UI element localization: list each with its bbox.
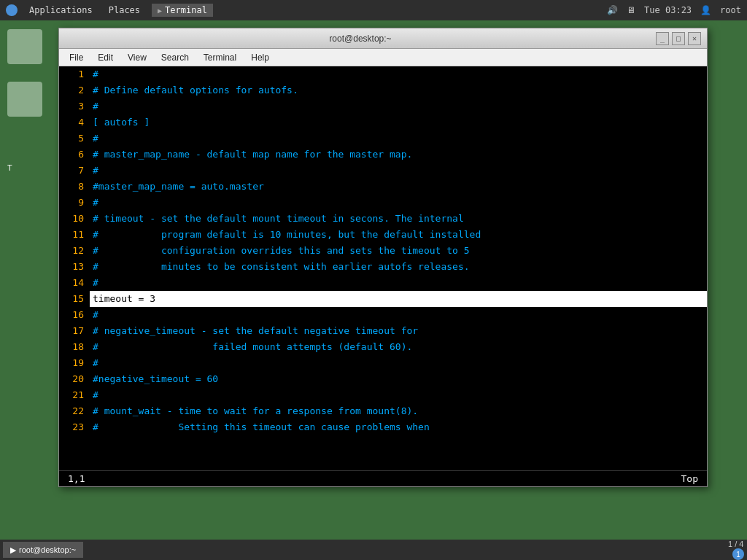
table-row: 12# configuration overrides this and set… xyxy=(59,243,707,259)
table-row: 6# master_map_name - default map name fo… xyxy=(59,147,707,163)
terminal-content[interactable]: 1#2# Define default options for autofs.3… xyxy=(59,66,707,470)
terminal-icon: ▶ xyxy=(158,7,162,15)
line-number: 20 xyxy=(59,371,90,387)
window-buttons: _ □ ✕ xyxy=(656,32,701,45)
scroll-position: Top xyxy=(681,473,698,484)
line-content: # xyxy=(90,98,707,114)
line-content: # xyxy=(90,66,707,82)
menu-help[interactable]: Help xyxy=(244,51,276,64)
places-menu[interactable]: Places xyxy=(104,4,144,17)
line-content: # mount_wait - time to wait for a respon… xyxy=(90,403,707,419)
table-row: 9# xyxy=(59,195,707,211)
line-number: 16 xyxy=(59,307,90,323)
line-number: 3 xyxy=(59,98,90,114)
line-content: # Setting this timeout can cause problem… xyxy=(90,419,707,435)
line-number: 13 xyxy=(59,259,90,275)
line-content: #master_map_name = auto.master xyxy=(90,179,707,195)
applications-menu[interactable]: Applications xyxy=(25,4,97,17)
line-number: 7 xyxy=(59,163,90,179)
table-row: 20#negative_timeout = 60 xyxy=(59,371,707,387)
minimize-button[interactable]: _ xyxy=(656,32,669,45)
line-number: 22 xyxy=(59,403,90,419)
taskbar-terminal-label: root@desktop:~ xyxy=(19,545,76,554)
menu-terminal[interactable]: Terminal xyxy=(196,51,244,64)
user-icon: 👤 xyxy=(700,5,711,15)
line-number: 12 xyxy=(59,243,90,259)
line-content: # xyxy=(90,307,707,323)
taskbar-right: 1 / 4 1 xyxy=(728,540,744,560)
desktop-icons: T xyxy=(7,29,42,172)
line-number: 17 xyxy=(59,323,90,339)
line-content: # xyxy=(90,131,707,147)
menu-search[interactable]: Search xyxy=(154,51,196,64)
line-number: 6 xyxy=(59,147,90,163)
line-content: # minutes to be consistent with earlier … xyxy=(90,259,707,275)
pager-label: 1 / 4 xyxy=(728,540,743,548)
menu-view[interactable]: View xyxy=(120,51,154,64)
table-row: 16# xyxy=(59,307,707,323)
title-bar: root@desktop:~ _ □ ✕ xyxy=(59,28,707,49)
top-bar-right: 🔊 🖥 Tue 03:23 👤 root xyxy=(607,5,741,15)
line-number: 11 xyxy=(59,227,90,243)
code-editor[interactable]: 1#2# Define default options for autofs.3… xyxy=(59,66,707,470)
desktop-label: T xyxy=(7,163,42,172)
taskbar-terminal-icon: ▶ xyxy=(10,545,16,555)
line-number: 21 xyxy=(59,387,90,403)
line-content: timeout = 3 xyxy=(90,291,707,307)
table-row: 17# negative_timeout - set the default n… xyxy=(59,323,707,339)
app-icon xyxy=(6,4,18,16)
line-number: 14 xyxy=(59,275,90,291)
line-number: 2 xyxy=(59,82,90,98)
table-row: 21# xyxy=(59,387,707,403)
status-bar: 1,1 Top xyxy=(59,470,707,486)
menu-edit[interactable]: Edit xyxy=(90,51,120,64)
table-row: 22# mount_wait - time to wait for a resp… xyxy=(59,403,707,419)
close-button[interactable]: ✕ xyxy=(688,32,701,45)
line-content: # xyxy=(90,355,707,371)
table-row: 10# timeout - set the default mount time… xyxy=(59,211,707,227)
top-bar: Applications Places ▶ Terminal 🔊 🖥 Tue 0… xyxy=(0,0,747,20)
volume-icon: 🔊 xyxy=(607,5,618,15)
line-content: # Define default options for autofs. xyxy=(90,82,707,98)
line-content: # configuration overrides this and sets … xyxy=(90,243,707,259)
desktop-icon-folder1[interactable] xyxy=(7,29,42,67)
line-number: 4 xyxy=(59,114,90,131)
line-content: # negative_timeout - set the default neg… xyxy=(90,323,707,339)
maximize-button[interactable]: □ xyxy=(672,32,685,45)
taskbar: ▶ root@desktop:~ 1 / 4 1 xyxy=(0,540,747,560)
line-content: # failed mount attempts (default 60). xyxy=(90,339,707,355)
table-row: 2# Define default options for autofs. xyxy=(59,82,707,98)
table-row: 18# failed mount attempts (default 60). xyxy=(59,339,707,355)
desktop-icon-folder2[interactable] xyxy=(7,82,42,120)
table-row: 1# xyxy=(59,66,707,82)
window-title: root@desktop:~ xyxy=(65,34,656,44)
table-row: 5# xyxy=(59,131,707,147)
menu-file[interactable]: File xyxy=(62,51,90,64)
notification-badge: 1 xyxy=(732,548,744,560)
table-row: 19# xyxy=(59,355,707,371)
table-row: 8#master_map_name = auto.master xyxy=(59,179,707,195)
terminal-window: root@desktop:~ _ □ ✕ File Edit View Sear… xyxy=(58,28,708,487)
line-content: # xyxy=(90,195,707,211)
display-icon: 🖥 xyxy=(627,5,635,15)
line-content: # program default is 10 minutes, but the… xyxy=(90,227,707,243)
top-bar-left: Applications Places ▶ Terminal xyxy=(6,4,213,17)
terminal-menu-item[interactable]: ▶ Terminal xyxy=(152,4,213,17)
table-row: 3# xyxy=(59,98,707,114)
line-number: 8 xyxy=(59,179,90,195)
line-number: 1 xyxy=(59,66,90,82)
line-number: 9 xyxy=(59,195,90,211)
table-row: 13# minutes to be consistent with earlie… xyxy=(59,259,707,275)
line-number: 19 xyxy=(59,355,90,371)
table-row: 14# xyxy=(59,275,707,291)
table-row: 15timeout = 3 xyxy=(59,291,707,307)
table-row: 7# xyxy=(59,163,707,179)
table-row: 23# Setting this timeout can cause probl… xyxy=(59,419,707,435)
line-content: # master_map_name - default map name for… xyxy=(90,147,707,163)
time-label: Tue 03:23 xyxy=(644,5,692,15)
menu-bar: File Edit View Search Terminal Help xyxy=(59,49,707,66)
taskbar-terminal-item[interactable]: ▶ root@desktop:~ xyxy=(3,542,83,558)
cursor-position: 1,1 xyxy=(68,473,85,484)
line-number: 5 xyxy=(59,131,90,147)
table-row: 11# program default is 10 minutes, but t… xyxy=(59,227,707,243)
